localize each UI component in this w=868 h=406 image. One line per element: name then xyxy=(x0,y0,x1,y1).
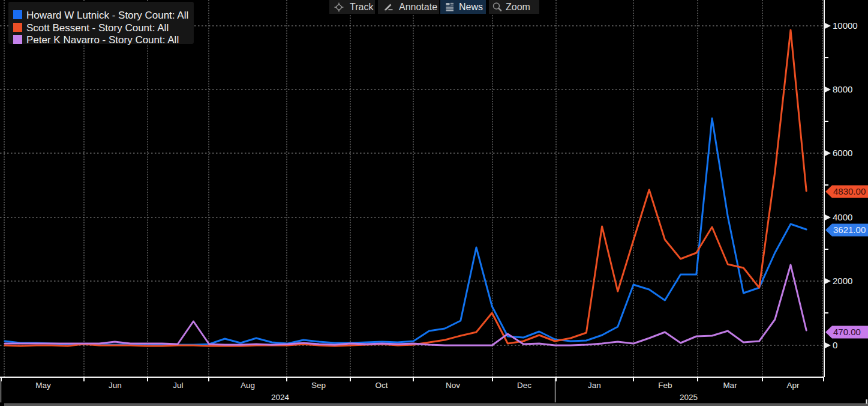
svg-text:Sep: Sep xyxy=(311,381,326,390)
svg-text:Apr: Apr xyxy=(786,381,800,390)
svg-text:Nov: Nov xyxy=(446,381,460,390)
svg-text:Jan: Jan xyxy=(588,381,601,390)
svg-text:8000: 8000 xyxy=(833,84,852,94)
svg-text:Feb: Feb xyxy=(658,381,672,390)
svg-text:Jun: Jun xyxy=(109,381,122,390)
svg-text:470.00: 470.00 xyxy=(833,327,861,337)
svg-text:Dec: Dec xyxy=(517,381,531,390)
svg-text:Aug: Aug xyxy=(241,381,255,390)
svg-text:4830.00: 4830.00 xyxy=(833,186,866,196)
svg-text:Jul: Jul xyxy=(173,381,183,390)
svg-text:2025: 2025 xyxy=(680,393,698,402)
svg-text:2000: 2000 xyxy=(833,276,852,286)
svg-text:4000: 4000 xyxy=(833,212,852,222)
svg-text:10000: 10000 xyxy=(833,20,858,31)
svg-text:Mar: Mar xyxy=(723,381,737,390)
svg-text:May: May xyxy=(35,381,51,390)
svg-text:0: 0 xyxy=(833,340,837,350)
svg-text:6000: 6000 xyxy=(833,148,852,158)
svg-text:Oct: Oct xyxy=(375,381,388,390)
svg-text:3621.00: 3621.00 xyxy=(833,225,866,235)
svg-text:2024: 2024 xyxy=(271,393,290,402)
